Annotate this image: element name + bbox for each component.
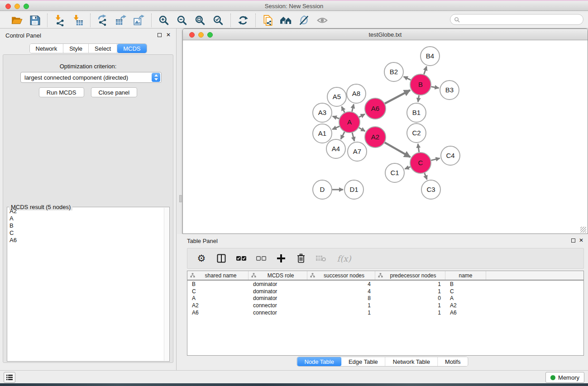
delete-table-icon[interactable] <box>314 251 328 266</box>
tab-select[interactable]: Select <box>89 44 117 53</box>
import-network-icon[interactable] <box>52 14 67 27</box>
table-close-panel-icon[interactable]: ✕ <box>579 237 583 243</box>
result-item[interactable]: B <box>8 222 164 229</box>
graph-edge-B-B1[interactable] <box>418 95 419 102</box>
list-icon <box>6 374 13 381</box>
criterion-dropdown[interactable]: largest connected component (directed) <box>20 72 162 83</box>
table-row[interactable]: A2connector11A2 <box>187 302 583 309</box>
graph-edge-A-A2[interactable] <box>359 128 365 131</box>
export-table-icon[interactable] <box>113 14 129 27</box>
close-panel-button[interactable]: Close panel <box>91 87 138 97</box>
float-panel-icon[interactable] <box>158 33 162 37</box>
table-cell: A2 <box>445 302 486 309</box>
graph-edge-A-A3[interactable] <box>333 116 339 119</box>
task-history-button[interactable] <box>4 372 15 383</box>
show-graphics-details-icon[interactable] <box>315 14 330 27</box>
unselect-all-icon[interactable] <box>254 251 268 266</box>
tab-motifs[interactable]: Motifs <box>438 357 468 366</box>
close-panel-icon[interactable]: ✕ <box>166 32 171 38</box>
zoom-selected-icon[interactable] <box>210 14 226 27</box>
table-settings-icon[interactable]: ⚙ <box>195 251 208 266</box>
graph-edge-B-B3[interactable] <box>431 86 439 88</box>
column-header-shared-name[interactable]: shared name <box>187 271 249 280</box>
mcds-tab-content: Optimization criterion: largest connecte… <box>3 54 173 363</box>
export-network-icon[interactable] <box>95 14 110 27</box>
graph-edge-C-C4[interactable] <box>431 158 440 161</box>
network-window-titlebar[interactable]: testGlobe.txt <box>183 29 588 40</box>
graph-edge-A-A5[interactable] <box>342 106 345 112</box>
import-table-icon[interactable] <box>70 14 86 27</box>
delete-column-icon[interactable] <box>294 251 308 266</box>
control-panel-tabs: NetworkStyleSelectMCDS <box>29 43 147 53</box>
graph-edge-C-C2[interactable] <box>418 144 419 152</box>
control-panel: Control Panel ✕ NetworkStyleSelectMCDS O… <box>0 29 177 370</box>
show-columns-icon[interactable] <box>215 251 228 266</box>
app-titlebar: Session: New Session <box>0 0 588 11</box>
export-image-icon[interactable] <box>131 14 147 27</box>
column-header-successor-nodes[interactable]: successor nodes <box>307 271 375 280</box>
table-float-panel-icon[interactable] <box>571 238 575 243</box>
criterion-dropdown-value: largest connected component (directed) <box>21 74 152 81</box>
graph-node-label: B1 <box>412 109 421 116</box>
network-from-document-icon[interactable] <box>260 14 276 27</box>
dropdown-stepper-icon <box>152 73 160 82</box>
add-column-icon[interactable] <box>274 251 288 266</box>
zoom-out-icon[interactable] <box>174 14 190 27</box>
mcds-result-group: MCDS result (5 nodes) A2ABCA6 <box>7 207 170 362</box>
function-builder-icon[interactable]: f(x) <box>334 251 354 266</box>
search-input[interactable] <box>462 16 583 23</box>
result-item[interactable]: C <box>8 229 164 237</box>
table-cell: 1 <box>375 302 445 309</box>
tab-node-table[interactable]: Node Table <box>297 357 341 366</box>
column-header-MCDS-role[interactable]: MCDS role <box>249 271 307 280</box>
tab-mcds[interactable]: MCDS <box>117 44 146 53</box>
graph-edge-A-A4[interactable] <box>341 132 344 139</box>
graph-edge-A-A8[interactable] <box>352 104 354 111</box>
column-header-predecessor-nodes[interactable]: predecessor nodes <box>375 271 445 280</box>
column-header-name[interactable]: name <box>445 271 486 280</box>
table-header-row: shared nameMCDS rolesuccessor nodesprede… <box>187 271 583 281</box>
result-item[interactable]: A <box>8 215 164 222</box>
table-row[interactable]: Cdominator41C <box>187 288 583 295</box>
tab-network[interactable]: Network <box>29 44 63 53</box>
graph-edge-A-A1[interactable] <box>332 126 339 129</box>
result-scrollbar[interactable] <box>164 208 169 361</box>
graph-edge-A-A6[interactable] <box>359 114 365 117</box>
memory-button[interactable]: Memory <box>545 372 584 383</box>
graph-node-label: A3 <box>318 109 326 116</box>
table-row[interactable]: A6connector11A6 <box>187 309 583 316</box>
graph-edge-A6-B[interactable] <box>385 90 410 104</box>
tab-network-table[interactable]: Network Table <box>386 357 438 366</box>
save-session-icon[interactable] <box>27 14 43 27</box>
tab-edge-table[interactable]: Edge Table <box>341 357 386 366</box>
run-mcds-button[interactable]: Run MCDS <box>39 87 84 97</box>
search-field[interactable] <box>450 14 583 25</box>
graph-edge-B-B4[interactable] <box>424 67 427 74</box>
home-view-icon[interactable] <box>278 14 294 27</box>
graph-edge-B-B2[interactable] <box>404 76 411 80</box>
zoom-fit-icon[interactable] <box>192 14 208 27</box>
network-canvas[interactable]: B4B2BB3A5A8A6A3B1AA1C2A2A4A7C4CC1C3DD1 <box>183 41 587 234</box>
select-all-icon[interactable] <box>234 251 248 266</box>
table-cell: dominator <box>249 288 307 295</box>
table-row[interactable]: Bdominator41B <box>187 281 583 288</box>
virtual-column-icon <box>310 273 315 278</box>
zoom-in-icon[interactable] <box>156 14 172 27</box>
table-cell: dominator <box>249 281 307 287</box>
refresh-icon[interactable] <box>235 14 251 27</box>
graph-edge-C-C1[interactable] <box>405 167 410 169</box>
graph-edge-A2-C[interactable] <box>385 143 411 157</box>
graph-edge-C-C3[interactable] <box>425 173 427 179</box>
result-item[interactable]: A6 <box>8 237 164 244</box>
result-item[interactable]: A2 <box>8 208 164 215</box>
open-folder-icon[interactable] <box>9 14 24 27</box>
window-resize-grip[interactable] <box>580 227 586 233</box>
column-header-label: shared name <box>196 272 245 279</box>
graph-edge-A-A7[interactable] <box>352 133 354 141</box>
app-title: Session: New Session <box>0 3 588 10</box>
table-cell: 0 <box>375 295 445 301</box>
hide-graphics-details-icon[interactable] <box>296 14 312 27</box>
table-cell: C <box>187 288 249 295</box>
table-row[interactable]: Adominator80A <box>187 295 583 302</box>
tab-style[interactable]: Style <box>63 44 89 53</box>
